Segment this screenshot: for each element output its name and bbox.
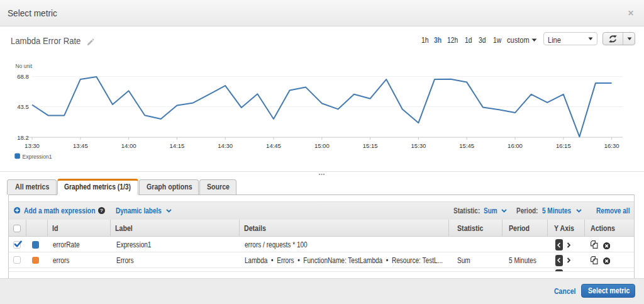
- svg-text:14:15: 14:15: [170, 142, 185, 149]
- svg-text:No unit: No unit: [16, 62, 33, 69]
- svg-text:13:30: 13:30: [25, 142, 40, 149]
- svg-text:14:30: 14:30: [218, 142, 233, 149]
- svg-text:15:00: 15:00: [314, 142, 330, 149]
- svg-text:15:30: 15:30: [411, 142, 426, 149]
- svg-text:?: ?: [100, 208, 103, 213]
- svg-text:18.2: 18.2: [17, 134, 29, 141]
- svg-text:15:45: 15:45: [459, 142, 474, 149]
- svg-text:68.8: 68.8: [17, 73, 29, 80]
- svg-text:13:45: 13:45: [73, 142, 88, 149]
- svg-text:15:15: 15:15: [363, 142, 378, 149]
- svg-text:16:30: 16:30: [604, 142, 619, 149]
- svg-text:16:00: 16:00: [508, 142, 523, 149]
- svg-text:14:45: 14:45: [266, 142, 281, 149]
- svg-text:Expression1: Expression1: [23, 153, 52, 160]
- svg-text:14:00: 14:00: [121, 142, 136, 149]
- svg-text:43.5: 43.5: [17, 103, 29, 110]
- svg-text:16:15: 16:15: [556, 142, 571, 149]
